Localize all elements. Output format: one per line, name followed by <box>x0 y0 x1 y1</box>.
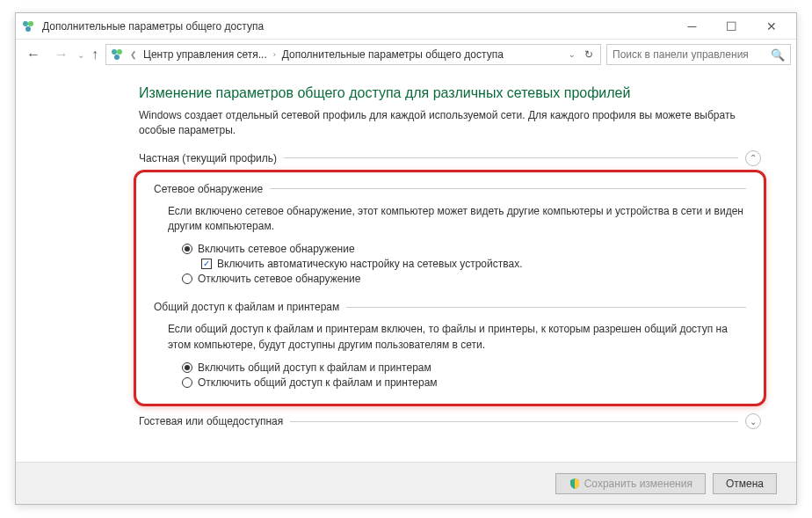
discovery-checkbox-auto[interactable]: ✓ Включить автоматическую настройку на с… <box>201 258 746 270</box>
breadcrumb-chevron-icon[interactable]: › <box>271 50 279 59</box>
sharing-radio-off[interactable]: Отключить общий доступ к файлам и принте… <box>182 376 746 389</box>
window-title: Дополнительные параметры общего доступа <box>42 20 672 33</box>
footer: Сохранить изменения Отмена <box>16 462 796 504</box>
profile-guest-label: Гостевая или общедоступная <box>139 415 283 427</box>
minimize-button[interactable]: ─ <box>672 14 712 39</box>
save-button[interactable]: Сохранить изменения <box>555 473 706 494</box>
back-button[interactable]: ← <box>21 42 46 67</box>
search-icon[interactable]: 🔍 <box>771 48 785 62</box>
forward-button[interactable]: → <box>49 42 74 67</box>
radio-icon <box>182 274 192 284</box>
highlight-box: Сетевое обнаружение Если включено сетево… <box>134 170 766 407</box>
save-button-label: Сохранить изменения <box>584 478 692 490</box>
sharing-radio-on[interactable]: Включить общий доступ к файлам и принтер… <box>182 361 746 374</box>
svg-point-3 <box>112 49 117 55</box>
profile-header-private[interactable]: Частная (текущий профиль) ⌃ <box>139 150 761 166</box>
sharing-radio-on-label: Включить общий доступ к файлам и принтер… <box>198 361 431 374</box>
window-controls: ─ ☐ ✕ <box>672 14 791 39</box>
sharing-group-title: Общий доступ к файлам и принтерам <box>154 301 746 313</box>
profile-header-guest[interactable]: Гостевая или общедоступная ⌄ <box>139 413 761 429</box>
sharing-description: Если общий доступ к файлам и принтерам в… <box>168 322 746 353</box>
svg-point-2 <box>25 26 31 32</box>
svg-point-5 <box>114 55 120 60</box>
address-dropdown-icon[interactable]: ⌄ <box>569 50 576 59</box>
window: Дополнительные параметры общего доступа … <box>15 12 797 505</box>
cancel-button[interactable]: Отмена <box>713 473 777 494</box>
expand-icon[interactable]: ⌄ <box>745 413 761 429</box>
search-input[interactable] <box>613 48 771 61</box>
page-description: Windows создает отдельный сетевой профил… <box>139 108 761 138</box>
close-button[interactable]: ✕ <box>751 14 791 39</box>
content-area: Изменение параметров общего доступа для … <box>16 69 796 462</box>
svg-point-1 <box>28 21 33 26</box>
network-icon <box>110 47 124 62</box>
radio-icon <box>182 244 192 254</box>
discovery-radio-off[interactable]: Отключить сетевое обнаружение <box>182 273 746 285</box>
app-icon <box>21 19 35 33</box>
collapse-icon[interactable]: ⌃ <box>745 150 761 166</box>
radio-icon <box>182 377 192 388</box>
svg-point-0 <box>23 21 28 26</box>
divider <box>270 188 746 189</box>
divider <box>290 421 738 422</box>
search-box[interactable]: 🔍 <box>606 44 791 65</box>
breadcrumb-part1[interactable]: Центр управления сетя... <box>143 48 267 61</box>
divider <box>346 307 746 308</box>
address-actions: ⌄ ↻ <box>569 48 597 61</box>
address-bar[interactable]: ❮ Центр управления сетя... › Дополнитель… <box>105 44 601 65</box>
discovery-title-text: Сетевое обнаружение <box>154 183 263 195</box>
discovery-description: Если включено сетевое обнаружение, этот … <box>168 204 746 235</box>
navbar: ← → ⌄ ↑ ❮ Центр управления сетя... › Доп… <box>16 40 796 69</box>
breadcrumb-sep-icon: ❮ <box>127 50 140 59</box>
radio-icon <box>182 362 192 373</box>
sharing-title-text: Общий доступ к файлам и принтерам <box>154 301 339 313</box>
refresh-button[interactable]: ↻ <box>581 48 597 61</box>
page-heading: Изменение параметров общего доступа для … <box>139 85 761 101</box>
svg-point-4 <box>117 49 122 55</box>
up-button[interactable]: ↑ <box>88 47 102 62</box>
checkbox-icon: ✓ <box>201 259 212 269</box>
profile-private-label: Частная (текущий профиль) <box>139 152 277 164</box>
discovery-radio-on-label: Включить сетевое обнаружение <box>198 243 355 255</box>
titlebar: Дополнительные параметры общего доступа … <box>16 13 796 40</box>
discovery-radio-on[interactable]: Включить сетевое обнаружение <box>182 243 746 255</box>
shield-icon <box>569 478 581 490</box>
discovery-radio-off-label: Отключить сетевое обнаружение <box>198 273 360 285</box>
divider <box>284 157 738 158</box>
breadcrumb-part2[interactable]: Дополнительные параметры общего доступа <box>282 48 504 61</box>
discovery-checkbox-label: Включить автоматическую настройку на сет… <box>217 258 523 270</box>
sharing-radio-off-label: Отключить общий доступ к файлам и принте… <box>198 376 438 389</box>
history-dropdown[interactable]: ⌄ <box>77 50 84 60</box>
maximize-button[interactable]: ☐ <box>712 14 751 39</box>
cancel-button-label: Отмена <box>726 478 764 490</box>
discovery-group-title: Сетевое обнаружение <box>154 183 746 195</box>
